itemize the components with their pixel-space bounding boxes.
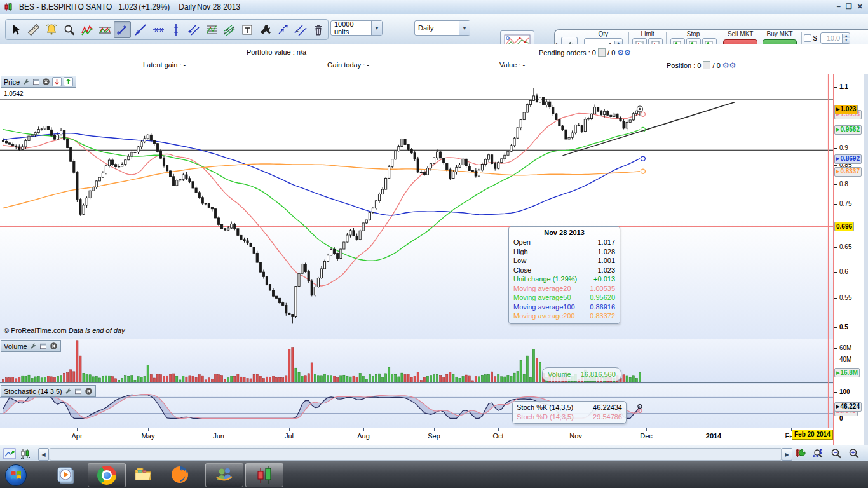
minimize-button[interactable]: –: [837, 3, 841, 11]
horizontal-line-icon[interactable]: [149, 21, 166, 38]
orders-list-icon[interactable]: [598, 48, 606, 57]
axis-price-tag: ▶0.9562: [834, 125, 862, 135]
delete-drawing-icon[interactable]: [309, 21, 327, 38]
price-alert-icon[interactable]: [43, 21, 60, 38]
arrow-up-icon[interactable]: [64, 77, 73, 86]
frame-icon[interactable]: [39, 342, 48, 350]
zoom-in-icon[interactable]: [848, 447, 860, 460]
mini-chart-icon[interactable]: [3, 447, 16, 460]
vertical-scrollbar[interactable]: [863, 74, 868, 445]
tooltip-row: Moving average2000.83372: [513, 311, 615, 321]
copyright-text: © ProRealTime.com: [4, 327, 67, 334]
frame-icon[interactable]: [32, 78, 40, 86]
symbol-title: BES - B.ESPIRITO SANTO: [19, 3, 112, 11]
close-icon[interactable]: [42, 78, 50, 86]
restore-button[interactable]: ❐: [846, 3, 852, 11]
stop-checkbox[interactable]: [804, 34, 811, 42]
pending-orders-text: Pending orders : 0: [539, 49, 596, 57]
wrench-icon[interactable]: [29, 342, 37, 350]
gear-icon[interactable]: ⚙⚙: [617, 48, 631, 57]
axis-tick-label: 40M: [839, 356, 851, 363]
messenger-taskbar-button[interactable]: [205, 463, 243, 487]
close-icon[interactable]: [50, 342, 58, 350]
close-icon[interactable]: [85, 387, 93, 395]
spin-up-icon[interactable]: ▲: [843, 34, 850, 38]
panel-separator: [0, 339, 868, 339]
account-info-bar: Portfolio value : n/a Pending orders : 0…: [0, 44, 868, 75]
buy-mkt-label: Buy MKT: [767, 30, 793, 38]
price-axis[interactable]: 1.110.950.90.850.80.750.70.650.60.550.56…: [833, 74, 864, 445]
andrews-pitchfork-icon[interactable]: [220, 21, 238, 38]
title-bar[interactable]: BES - B.ESPIRITO SANTO 1.023 (+1.29%) Da…: [0, 0, 868, 15]
wrench-icon[interactable]: [22, 78, 30, 86]
timeframe-title: Daily: [179, 3, 196, 11]
pattern-recognition-icon[interactable]: [78, 21, 95, 38]
arrow-down-icon[interactable]: [52, 77, 62, 86]
timeframe-dropdown[interactable]: Daily ▼: [414, 20, 470, 36]
wrench-icon[interactable]: [64, 387, 72, 395]
candles-adjust-icon[interactable]: [19, 447, 32, 460]
chrome-taskbar-button[interactable]: [88, 463, 126, 487]
axis-tick-label: 0.8: [839, 180, 848, 187]
explorer-icon[interactable]: [133, 465, 153, 484]
trend-segment-icon[interactable]: [114, 21, 131, 38]
level-price-label: 1.0542: [4, 90, 24, 97]
axis-tick-label: 0.9: [839, 144, 848, 151]
horizontal-scrollbar[interactable]: [50, 448, 782, 461]
messenger-icon: [215, 466, 234, 484]
x-axis-month-label: Jul: [285, 432, 294, 440]
x-axis-month-label: Nov: [569, 432, 582, 440]
units-value: 10000 units: [331, 20, 371, 36]
zoom-out-icon[interactable]: [830, 447, 843, 460]
close-button[interactable]: ✕: [857, 3, 863, 11]
units-dropdown[interactable]: 10000 units ▼: [330, 20, 383, 36]
axis-tick-label: 60M: [839, 344, 851, 351]
scroll-left-button[interactable]: ◀: [38, 448, 49, 461]
portfolio-value: Portfolio value : n/a: [247, 48, 306, 56]
scroll-right-button[interactable]: ▶: [782, 448, 792, 461]
stoch-k-value: 46.22434: [593, 403, 622, 412]
axis-price-tag: ▶0.8337: [834, 167, 862, 177]
s-value: 10.0: [821, 34, 842, 42]
fibonacci-retracement-icon[interactable]: [203, 21, 220, 38]
volume-tooltip: Volume 16,816,560: [542, 367, 621, 381]
panel-separator: [0, 428, 868, 428]
channel-pattern-icon[interactable]: [96, 21, 113, 38]
axis-price-tag: ▶16.8M: [834, 368, 860, 377]
spin-down-icon[interactable]: ▼: [843, 38, 850, 43]
start-button[interactable]: [4, 464, 27, 488]
gear-icon[interactable]: ⚙⚙: [722, 61, 736, 70]
trading-app-taskbar-button[interactable]: [245, 463, 283, 487]
chevron-down-icon: ▼: [459, 21, 470, 35]
x-axis-month-label: Dec: [640, 432, 653, 440]
parallel-lines-icon[interactable]: [185, 21, 202, 38]
stop-label: Stop: [687, 30, 700, 38]
cursor-icon[interactable]: [7, 21, 24, 38]
vertical-line-icon[interactable]: [167, 21, 184, 38]
ruler-icon[interactable]: [25, 21, 42, 38]
frame-icon[interactable]: [74, 387, 83, 395]
drawing-tools-icon[interactable]: [256, 21, 273, 38]
position: Position : 0 / 0 ⚙⚙: [667, 61, 736, 70]
text-note-icon[interactable]: [238, 21, 255, 38]
price-chart-area[interactable]: [0, 74, 833, 428]
free-arrows-icon[interactable]: [274, 21, 291, 38]
chart-settings-icon[interactable]: [795, 447, 808, 460]
firefox-icon[interactable]: [170, 465, 189, 484]
pending-orders-count2: / 0: [607, 49, 615, 57]
last-price: 1.023: [118, 3, 137, 11]
stochastic-panel-header: Stochastic (14 3 5): [1, 385, 96, 397]
time-axis[interactable]: AprMayJunJulAugSepOctNovDec2014Feb: [0, 428, 833, 445]
position-list-icon[interactable]: [703, 61, 710, 69]
parallel-channel-icon[interactable]: [292, 21, 309, 38]
stoch-d-value: 29.54786: [593, 412, 622, 422]
zoom-tool-icon[interactable]: [60, 21, 78, 38]
price-panel-header: Price: [1, 76, 76, 88]
stoch-k-label: Stoch %K (14,3,5): [517, 403, 573, 412]
tooltip-row: Moving average1000.86916: [513, 302, 615, 312]
trend-line-icon[interactable]: [132, 21, 149, 38]
media-player-icon[interactable]: [56, 465, 75, 484]
stop-distance-stepper[interactable]: 10.0 ▲▼: [820, 32, 850, 44]
tooltip-row: High1.028: [513, 247, 615, 257]
zoom-fit-icon[interactable]: [812, 447, 825, 460]
